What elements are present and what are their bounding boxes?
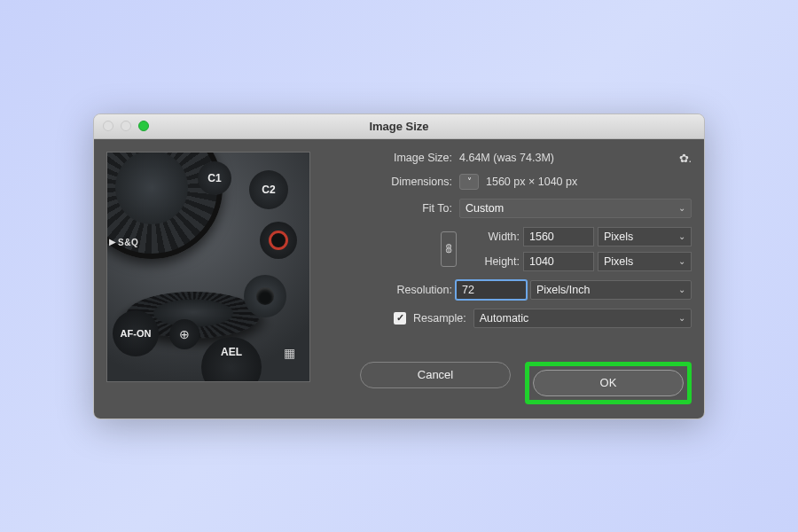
- resolution-unit-select[interactable]: Pixels/Inch ⌄: [530, 280, 692, 300]
- dimensions-unit-toggle[interactable]: ˅: [459, 174, 479, 190]
- dimensions-value: 1560 px × 1040 px: [486, 176, 577, 188]
- preview-c1: C1: [198, 161, 231, 195]
- image-size-dialog: Image Size C1 C2 ▶ S&Q AF-ON ⊕ AEL ▦ Ima…: [93, 113, 705, 419]
- preview-grid-icon: ▦: [284, 346, 295, 360]
- resolution-label: Resolution:: [319, 284, 452, 296]
- window-title: Image Size: [94, 120, 704, 133]
- height-label: Height:: [466, 255, 520, 268]
- chevron-down-icon: ⌄: [678, 285, 685, 294]
- chevron-down-icon: ⌄: [678, 203, 685, 213]
- chevron-down-icon: ⌄: [678, 231, 685, 241]
- chevron-down-icon: ˅: [467, 176, 472, 186]
- link-icon: 𝟠: [445, 242, 452, 255]
- chevron-down-icon: ⌄: [678, 313, 685, 323]
- cancel-button-label: Cancel: [418, 368, 453, 381]
- preview-afon: AF-ON: [113, 310, 159, 356]
- height-unit-value: Pixels: [604, 255, 633, 268]
- width-input[interactable]: [523, 227, 594, 246]
- ok-highlight: OK: [525, 362, 692, 404]
- ok-button-label: OK: [600, 376, 617, 389]
- chevron-down-icon: ⌄: [678, 256, 685, 266]
- height-unit-select[interactable]: Pixels ⌄: [598, 252, 692, 271]
- width-label: Width:: [466, 231, 520, 243]
- dimensions-label: Dimensions:: [319, 176, 452, 188]
- ok-button[interactable]: OK: [533, 370, 684, 396]
- constrain-proportions-toggle[interactable]: 𝟠: [441, 231, 457, 267]
- preview-mode: S&Q: [118, 238, 138, 247]
- gear-icon[interactable]: ✿.: [679, 152, 692, 165]
- preview-c2: C2: [249, 170, 288, 209]
- dialog-body: C1 C2 ▶ S&Q AF-ON ⊕ AEL ▦ Image Size: 4.…: [94, 139, 704, 419]
- fit-to-value: Custom: [466, 202, 504, 215]
- resample-method-select[interactable]: Automatic ⌄: [473, 309, 692, 328]
- height-input[interactable]: [523, 252, 594, 271]
- resolution-unit-value: Pixels/Inch: [536, 284, 590, 296]
- resample-checkbox[interactable]: ✓: [394, 312, 406, 325]
- image-preview[interactable]: C1 C2 ▶ S&Q AF-ON ⊕ AEL ▦: [106, 152, 310, 382]
- image-size-label: Image Size:: [319, 152, 452, 164]
- fit-to-select[interactable]: Custom ⌄: [459, 199, 692, 218]
- fit-to-label: Fit To:: [319, 202, 452, 215]
- resolution-input[interactable]: [456, 280, 527, 300]
- settings-panel: Image Size: 4.64M (was 74.3M) ✿. Dimensi…: [319, 152, 692, 404]
- width-unit-select[interactable]: Pixels ⌄: [598, 227, 692, 246]
- preview-magnify: ⊕: [169, 319, 200, 349]
- resample-label: Resample:: [413, 312, 466, 325]
- image-size-value: 4.64M (was 74.3M): [459, 152, 554, 164]
- resample-method-value: Automatic: [480, 312, 529, 325]
- preview-mode-icon: ▶: [109, 237, 116, 246]
- cancel-button[interactable]: Cancel: [360, 362, 511, 388]
- width-unit-value: Pixels: [604, 231, 633, 243]
- titlebar[interactable]: Image Size: [94, 114, 704, 139]
